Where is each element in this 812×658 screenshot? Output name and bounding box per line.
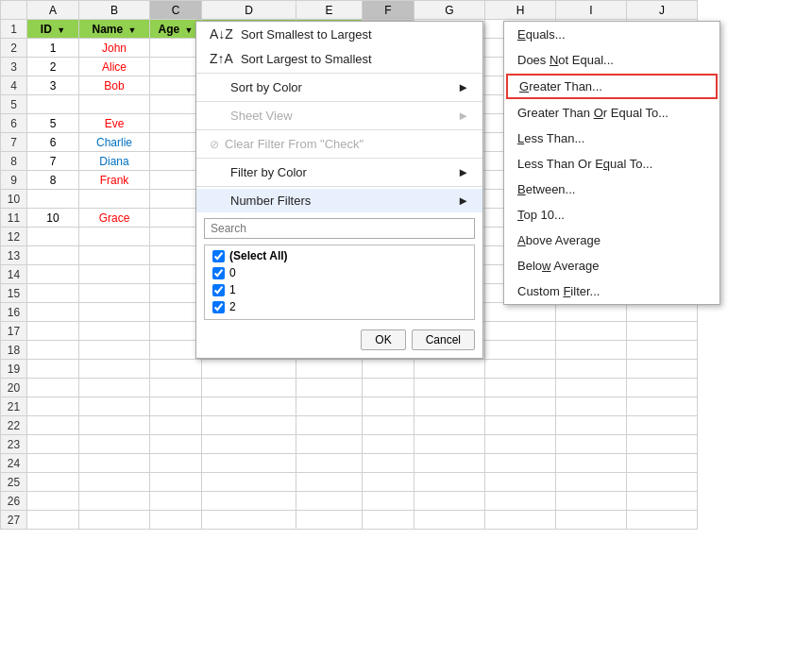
checkbox-select-all-input[interactable]	[212, 250, 225, 262]
table-row: 26	[1, 492, 698, 511]
divider-3	[196, 129, 482, 130]
submenu-custom-label: Custom Filter...	[517, 284, 600, 298]
submenu-greater-equal[interactable]: Greater Than Or Equal To...	[504, 100, 719, 126]
submenu-below-avg-label: Below Average	[517, 259, 600, 273]
cell-a1[interactable]: ID ▼	[27, 20, 79, 39]
cell-b1[interactable]: Name ▼	[79, 20, 150, 39]
checkbox-select-all-label: (Select All)	[229, 249, 288, 262]
sheet-view-label: Sheet View	[210, 109, 457, 123]
col-header-g[interactable]: G	[414, 1, 485, 20]
search-container	[196, 212, 482, 245]
cell-c1[interactable]: Age ▼	[150, 20, 202, 39]
clear-filter-icon: ⊘	[210, 138, 219, 151]
sort-desc-icon: Z↑A	[210, 51, 233, 66]
checkbox-2[interactable]: 2	[212, 298, 466, 315]
table-row: 20	[1, 379, 698, 397]
sort-asc-label: Sort Smallest to Largest	[241, 27, 469, 42]
checkbox-1-input[interactable]	[212, 284, 225, 296]
col-header-c[interactable]: C	[150, 1, 202, 20]
search-input[interactable]	[204, 218, 475, 239]
table-row: 23	[1, 435, 698, 454]
table-row: 19	[1, 360, 698, 379]
sort-color-arrow: ►	[457, 80, 469, 94]
number-filters-submenu: Equals... Does Not Equal... Greater Than…	[503, 21, 720, 305]
checkbox-list: (Select All) 0 1 2	[204, 245, 475, 320]
filter-arrow-name[interactable]: ▼	[128, 25, 137, 35]
sort-color-item[interactable]: Sort by Color ►	[196, 76, 482, 99]
submenu-less-equal-label: Less Than Or Equal To...	[517, 157, 652, 171]
col-header-b[interactable]: B	[79, 1, 150, 20]
row-num: 1	[1, 20, 27, 39]
checkbox-2-input[interactable]	[212, 301, 225, 313]
table-row: 21	[1, 397, 698, 416]
sort-color-label: Sort by Color	[210, 80, 457, 94]
clear-filter-label: Clear Filter From "Check"	[225, 137, 469, 151]
divider-4	[196, 158, 482, 159]
submenu-top10-label: Top 10...	[517, 208, 565, 222]
submenu-less-than-label: Less Than...	[517, 131, 584, 145]
filter-color-arrow: ►	[457, 165, 469, 179]
filter-color-label: Filter by Color	[210, 165, 457, 179]
submenu-not-equal[interactable]: Does Not Equal...	[504, 47, 719, 73]
submenu-above-avg-label: Above Average	[517, 233, 601, 247]
submenu-below-avg[interactable]: Below Average	[504, 253, 719, 278]
clear-filter-item[interactable]: ⊘ Clear Filter From "Check"	[196, 132, 482, 156]
submenu-less-than[interactable]: Less Than...	[504, 126, 719, 151]
checkbox-select-all[interactable]: (Select All)	[212, 247, 466, 264]
table-row: 24	[1, 454, 698, 473]
divider-5	[196, 186, 482, 187]
submenu-between-label: Between...	[517, 182, 575, 196]
checkbox-0-label: 0	[229, 266, 236, 279]
number-filters-item[interactable]: Number Filters ►	[196, 189, 482, 212]
submenu-not-equal-label: Does Not Equal...	[517, 53, 614, 67]
number-filters-label: Number Filters	[210, 194, 457, 208]
filter-dropdown: A↓Z Sort Smallest to Largest Z↑A Sort La…	[195, 21, 483, 359]
submenu-greater-than-label: Greater Than...	[519, 79, 602, 93]
table-row: 27	[1, 511, 698, 530]
submenu-equals[interactable]: Equals...	[504, 22, 719, 47]
filter-arrow-age[interactable]: ▼	[185, 25, 194, 35]
sort-asc-icon: A↓Z	[210, 26, 233, 42]
col-header-h[interactable]: H	[485, 1, 556, 20]
submenu-custom[interactable]: Custom Filter...	[504, 278, 719, 304]
checkbox-1-label: 1	[229, 283, 236, 296]
col-header-f[interactable]: F	[363, 1, 414, 20]
submenu-less-equal[interactable]: Less Than Or Equal To...	[504, 151, 719, 177]
submenu-greater-equal-label: Greater Than Or Equal To...	[517, 106, 668, 120]
sort-desc-item[interactable]: Z↑A Sort Largest to Smallest	[196, 46, 482, 71]
table-row: 22	[1, 416, 698, 435]
col-header-a[interactable]: A	[27, 1, 79, 20]
spreadsheet: A B C D E F G H I J 1 ID ▼ Name ▼ Age ▼ …	[0, 0, 812, 658]
filter-arrow-id[interactable]: ▼	[57, 25, 65, 35]
col-header-i[interactable]: I	[556, 1, 627, 20]
btn-row: OK Cancel	[196, 326, 482, 358]
table-row: 25	[1, 473, 698, 492]
checkbox-1[interactable]: 1	[212, 281, 466, 298]
sort-desc-label: Sort Largest to Smallest	[241, 52, 469, 66]
ok-button[interactable]: OK	[361, 329, 405, 350]
submenu-greater-than[interactable]: Greater Than...	[506, 74, 718, 99]
sort-asc-item[interactable]: A↓Z Sort Smallest to Largest	[196, 22, 482, 46]
filter-color-item[interactable]: Filter by Color ►	[196, 160, 482, 184]
col-header-d[interactable]: D	[202, 1, 296, 20]
sheet-view-item[interactable]: Sheet View ►	[196, 104, 482, 127]
submenu-between[interactable]: Between...	[504, 177, 719, 202]
cancel-button[interactable]: Cancel	[412, 329, 475, 350]
checkbox-0[interactable]: 0	[212, 264, 466, 281]
sheet-view-arrow: ►	[457, 109, 469, 123]
divider-2	[196, 101, 482, 102]
col-header-j[interactable]: J	[627, 1, 698, 20]
submenu-top10[interactable]: Top 10...	[504, 202, 719, 228]
col-header-e[interactable]: E	[296, 1, 363, 20]
corner-cell	[1, 1, 27, 20]
checkbox-2-label: 2	[229, 300, 236, 313]
divider-1	[196, 73, 482, 74]
checkbox-0-input[interactable]	[212, 267, 225, 279]
number-filters-arrow: ►	[457, 194, 469, 208]
submenu-above-avg[interactable]: Above Average	[504, 228, 719, 253]
submenu-equals-label: Equals...	[517, 27, 566, 42]
